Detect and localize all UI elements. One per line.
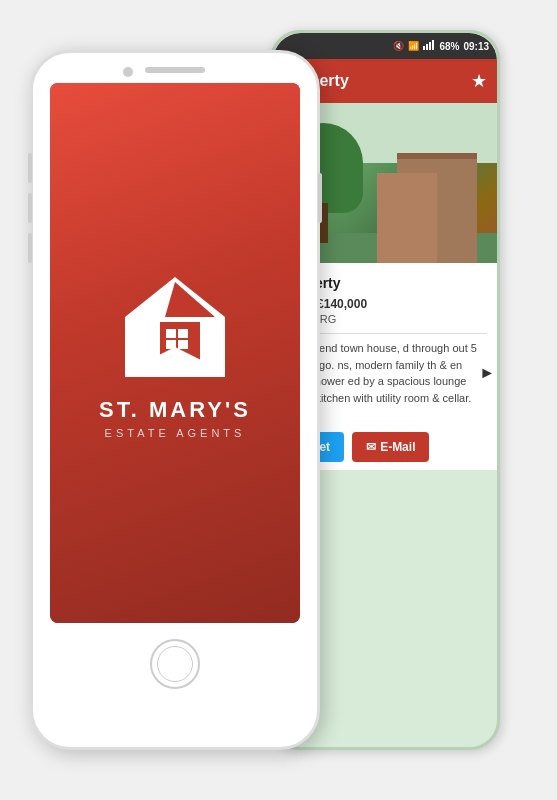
volume-down-button[interactable] <box>28 233 32 263</box>
iphone-screen: ST. MARY'S ESTATE AGENTS <box>50 83 300 623</box>
read-more-arrow-icon[interactable]: ► <box>479 361 495 385</box>
wifi-icon: 📶 <box>408 41 419 51</box>
battery-level: 68% <box>439 41 459 52</box>
speaker-grill <box>145 67 205 73</box>
svg-rect-3 <box>432 40 434 50</box>
iphone: ST. MARY'S ESTATE AGENTS <box>30 50 320 750</box>
power-button[interactable] <box>318 173 322 223</box>
home-button[interactable] <box>150 639 200 689</box>
price-value: £140,000 <box>317 297 367 311</box>
home-button-inner <box>157 646 193 682</box>
email-button-label: E-Mail <box>380 440 415 454</box>
logo-container: ST. MARY'S ESTATE AGENTS <box>99 267 251 439</box>
volume-up-button[interactable] <box>28 193 32 223</box>
svg-rect-10 <box>178 340 188 349</box>
time-display: 09:13 <box>463 41 489 52</box>
mute-icon: 🔇 <box>393 41 404 51</box>
brand-name: ST. MARY'S <box>99 397 251 423</box>
email-button[interactable]: ✉ E-Mail <box>352 432 429 462</box>
mute-switch[interactable] <box>28 153 32 183</box>
favorite-star-icon[interactable]: ★ <box>471 70 487 92</box>
svg-rect-0 <box>423 46 425 50</box>
svg-rect-8 <box>178 329 188 338</box>
status-bar: 🔇 📶 68% 09:13 <box>273 33 497 59</box>
signal-icon <box>423 40 435 52</box>
email-envelope-icon: ✉ <box>366 440 376 454</box>
svg-rect-7 <box>166 329 176 338</box>
svg-rect-2 <box>429 42 431 50</box>
house-logo <box>115 267 235 377</box>
scene-building-secondary <box>377 173 437 263</box>
brand-subtitle: ESTATE AGENTS <box>105 427 246 439</box>
svg-rect-1 <box>426 44 428 50</box>
front-camera-icon <box>123 67 133 77</box>
